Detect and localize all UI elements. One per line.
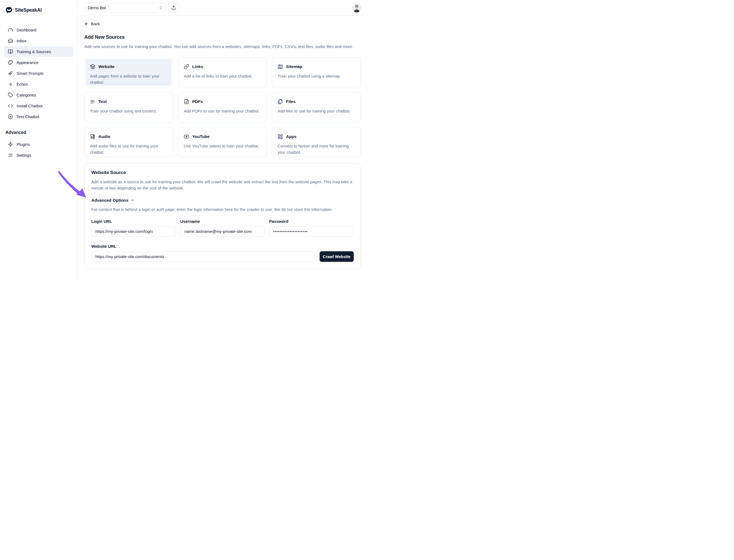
- sidebar-item-categories[interactable]: Categories: [4, 89, 73, 100]
- source-card-website[interactable]: Website Add pages from a website to trai…: [84, 57, 173, 87]
- inbox-icon: [8, 38, 13, 43]
- page-subtitle: Add new sources to use for training your…: [84, 43, 361, 50]
- password-field-group: Password: [269, 219, 354, 237]
- sidebar-item-settings[interactable]: Settings: [4, 150, 73, 160]
- website-source-title: Website Source: [91, 170, 354, 175]
- chevron-up-icon: [131, 198, 135, 202]
- source-card-youtube[interactable]: YouTube Use YouTube videos to train your…: [178, 127, 267, 157]
- sidebar-nav: Dashboard Inbox Training & Sources Appea…: [0, 24, 77, 122]
- source-card-files[interactable]: Files Add files to use for training your…: [272, 92, 361, 122]
- sidebar-advanced-nav: Plugins Settings: [0, 139, 77, 160]
- source-card-pdfs[interactable]: PDFs Add PDFs to use for training your c…: [178, 92, 267, 122]
- share-icon: [171, 5, 176, 10]
- username-input[interactable]: [180, 226, 265, 237]
- back-link[interactable]: Back: [84, 21, 100, 26]
- password-label: Password: [269, 219, 354, 224]
- speech-bubble-logo-icon: [5, 7, 12, 14]
- sidebar-item-label: Test Chatbot: [17, 114, 39, 119]
- sidebar-item-label: Categories: [17, 93, 36, 97]
- sidebar-item-label: Training & Sources: [17, 49, 51, 54]
- user-avatar[interactable]: [352, 3, 361, 12]
- arrow-left-icon: [84, 22, 89, 26]
- bot-selector-value: Demo Bot: [88, 5, 106, 10]
- card-description: Use YouTube videos to train your chatbot…: [184, 143, 261, 149]
- card-title: Audio: [98, 134, 110, 139]
- sidebar-item-appearance[interactable]: Appearance: [4, 57, 73, 68]
- bot-selector[interactable]: Demo Bot: [84, 3, 166, 12]
- card-description: Add audio files to use for training your…: [90, 143, 168, 155]
- page-content: Back Add New Sources Add new sources to …: [78, 16, 367, 269]
- website-source-description: Add a website as a source to use for tra…: [91, 179, 354, 191]
- zap-icon: [8, 142, 13, 147]
- card-title: Files: [286, 99, 295, 104]
- website-url-input[interactable]: [91, 251, 316, 262]
- card-description: Add files to use for training your chatb…: [278, 108, 355, 114]
- sidebar-item-test-chatbot[interactable]: Test Chatbot: [4, 111, 73, 122]
- website-url-label: Website URL: [91, 244, 354, 249]
- sidebar-item-training-sources[interactable]: Training & Sources: [4, 46, 73, 57]
- sidebar-item-smart-prompts[interactable]: Smart Prompts: [4, 68, 73, 79]
- share-button[interactable]: [168, 3, 179, 13]
- source-card-apps[interactable]: Apps Connect to Notion and more for trai…: [272, 127, 361, 157]
- back-label: Back: [91, 21, 100, 26]
- main-area: Demo Bot Back Add New Sources: [78, 0, 367, 280]
- app-window: SiteSpeakAI Dashboard Inbox Training & S…: [0, 0, 367, 280]
- text-lines-icon: [90, 99, 95, 104]
- username-label: Username: [180, 219, 265, 224]
- sidebar-advanced-heading: Advanced: [0, 130, 77, 135]
- source-card-sitemap[interactable]: Sitemap Train your chatbot using a sitem…: [272, 57, 361, 87]
- page-title: Add New Sources: [84, 34, 361, 40]
- card-description: Train your chatbot using text content.: [90, 108, 168, 114]
- password-input[interactable]: [269, 226, 354, 237]
- sidebar-item-dashboard[interactable]: Dashboard: [4, 24, 73, 35]
- sidebar-item-label: Smart Prompts: [17, 71, 44, 76]
- card-title: Apps: [286, 134, 297, 139]
- layers-icon: [90, 64, 95, 69]
- file-text-icon: [184, 99, 189, 104]
- sidebar-item-label: Appearance: [17, 60, 38, 65]
- map-icon: [278, 64, 283, 69]
- username-field-group: Username: [180, 219, 265, 237]
- link-icon: [184, 64, 189, 69]
- sparkles-icon: [8, 71, 13, 76]
- sidebar-item-label: Plugins: [17, 142, 30, 147]
- source-card-links[interactable]: Links Add a list of links to train your …: [178, 57, 267, 87]
- login-url-label: Login URL: [91, 219, 176, 224]
- tag-icon: [8, 92, 13, 98]
- login-fields: Login URL Username Password: [91, 219, 354, 237]
- sidebar: SiteSpeakAI Dashboard Inbox Training & S…: [0, 0, 78, 280]
- source-card-text[interactable]: Text Train your chatbot using text conte…: [84, 92, 173, 122]
- source-cards-grid: Website Add pages from a website to trai…: [84, 57, 361, 157]
- sliders-icon: [8, 153, 13, 158]
- source-card-audio[interactable]: Audio Add audio files to use for trainin…: [84, 127, 173, 157]
- sidebar-item-label: Settings: [17, 153, 31, 157]
- website-source-panel: Website Source Add a website as a source…: [84, 163, 361, 269]
- brand-name: SiteSpeakAI: [15, 7, 42, 13]
- advanced-options-description: For content that is behind a login or au…: [91, 206, 354, 213]
- advanced-options-label: Advanced Options: [91, 198, 128, 203]
- chevrons-up-down-icon: [159, 6, 163, 10]
- sidebar-item-echos[interactable]: Echos: [4, 79, 73, 89]
- files-icon: [278, 99, 283, 104]
- top-bar: Demo Bot: [78, 0, 367, 16]
- audio-waves-icon: [8, 82, 13, 87]
- sidebar-item-label: Install Chatbot: [17, 104, 43, 108]
- login-url-input[interactable]: [91, 226, 176, 237]
- sidebar-item-inbox[interactable]: Inbox: [4, 35, 73, 46]
- card-description: Connect to Notion and more for training …: [278, 143, 355, 155]
- play-circle-icon: [8, 114, 13, 119]
- sidebar-item-label: Echos: [17, 82, 28, 86]
- website-url-row: Crawl Website: [91, 251, 354, 262]
- login-url-field-group: Login URL: [91, 219, 176, 237]
- card-title: Links: [192, 64, 203, 69]
- card-description: Add PDFs to use for training your chatbo…: [184, 108, 261, 114]
- card-title: Sitemap: [286, 64, 302, 69]
- sidebar-item-label: Inbox: [17, 38, 27, 43]
- sidebar-item-install-chatbot[interactable]: Install Chatbot: [4, 100, 73, 111]
- crawl-website-button[interactable]: Crawl Website: [320, 251, 354, 262]
- brand[interactable]: SiteSpeakAI: [0, 5, 77, 14]
- sidebar-item-plugins[interactable]: Plugins: [4, 139, 73, 150]
- card-title: Text: [98, 99, 107, 104]
- advanced-options-toggle[interactable]: Advanced Options: [91, 198, 135, 203]
- grid-icon: [278, 134, 283, 139]
